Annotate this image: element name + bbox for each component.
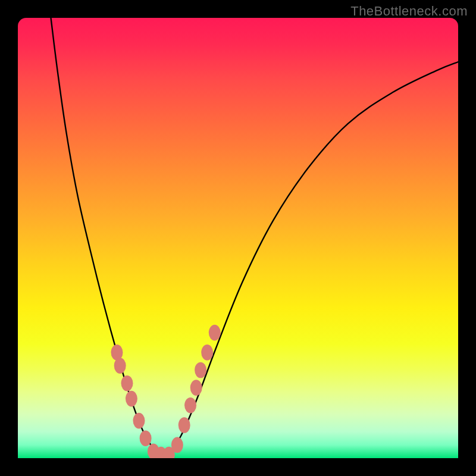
- bead-marker: [114, 358, 126, 374]
- bead-marker: [140, 430, 152, 446]
- bead-marker: [171, 437, 183, 453]
- bead-marker: [209, 325, 221, 341]
- bead-marker: [126, 391, 137, 407]
- bead-marker: [178, 417, 190, 433]
- bead-marker: [201, 345, 213, 361]
- bead-marker: [190, 380, 202, 396]
- curve-layer: [18, 18, 458, 458]
- chart-stage: TheBottleneck.com: [0, 0, 476, 476]
- bead-markers: [111, 325, 221, 458]
- bead-marker: [121, 375, 133, 392]
- plot-area: [18, 18, 458, 458]
- bead-marker: [195, 362, 206, 378]
- curve-right: [156, 62, 458, 455]
- bead-marker: [133, 413, 145, 429]
- bead-marker: [184, 397, 196, 414]
- curve-left: [51, 18, 157, 454]
- watermark-label: TheBottleneck.com: [350, 4, 468, 19]
